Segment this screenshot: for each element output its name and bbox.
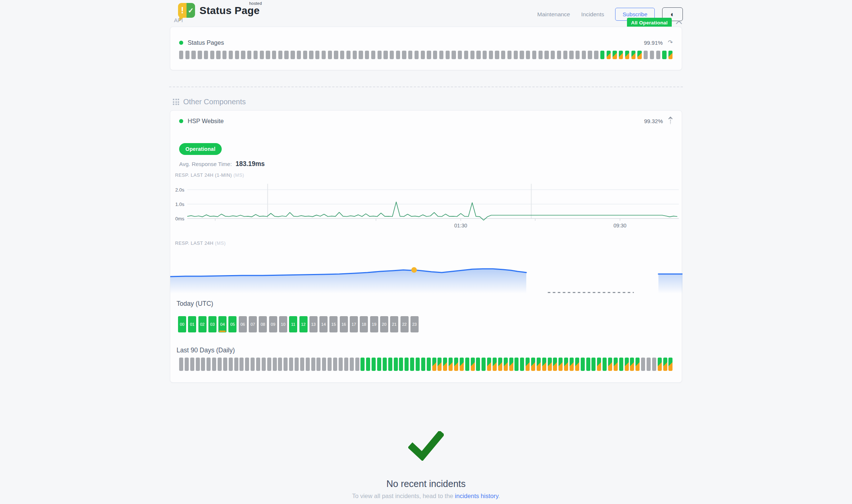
uptime-bar[interactable] [272, 51, 276, 59]
uptime-bar[interactable] [239, 358, 244, 371]
uptime-bar[interactable] [582, 51, 586, 59]
hour-cell-17[interactable]: 17 [350, 316, 358, 332]
uptime-bar[interactable] [410, 358, 414, 371]
uptime-bar[interactable] [291, 51, 295, 59]
uptime-bar[interactable] [396, 51, 400, 59]
uptime-bar[interactable] [278, 51, 282, 59]
uptime-bar[interactable] [470, 51, 474, 59]
uptime-bar[interactable] [427, 358, 431, 371]
uptime-bar[interactable] [222, 51, 227, 59]
uptime-bar[interactable] [190, 358, 194, 371]
uptime-bar[interactable] [371, 51, 375, 59]
chevron-up-icon[interactable] [676, 19, 682, 26]
uptime-bar[interactable] [241, 51, 245, 59]
dotted-up-arrow-icon[interactable] [668, 116, 673, 126]
uptime-bar[interactable] [594, 51, 598, 59]
uptime-bar[interactable] [498, 358, 502, 371]
uptime-bar[interactable] [254, 51, 258, 59]
uptime-bar[interactable] [520, 358, 524, 371]
uptime-bar[interactable] [662, 51, 666, 59]
uptime-bar[interactable] [531, 358, 535, 371]
uptime-bar[interactable] [207, 358, 211, 371]
uptime-bar[interactable] [446, 51, 450, 59]
uptime-bar[interactable] [204, 51, 208, 59]
uptime-bar[interactable] [619, 51, 623, 59]
uptime-bar[interactable] [507, 51, 511, 59]
uptime-bar[interactable] [353, 51, 357, 59]
hour-cell-11[interactable]: 11 [289, 316, 297, 332]
uptime-bar[interactable] [526, 358, 530, 371]
uptime-bar[interactable] [608, 358, 612, 371]
uptime-bar[interactable] [603, 358, 607, 371]
uptime-bar[interactable] [504, 358, 508, 371]
uptime-bar[interactable] [614, 358, 618, 371]
uptime-bar[interactable] [235, 51, 239, 59]
uptime-bar[interactable] [449, 358, 453, 371]
uptime-bar[interactable] [663, 358, 667, 371]
uptime-bar[interactable] [378, 51, 382, 59]
uptime-bar[interactable] [460, 358, 464, 371]
uptime-bar[interactable] [575, 358, 579, 371]
uptime-bar[interactable] [591, 358, 596, 371]
uptime-bar[interactable] [309, 51, 313, 59]
uptime-bar[interactable] [322, 51, 326, 59]
uptime-bar[interactable] [185, 51, 189, 59]
uptime-bar[interactable] [625, 358, 629, 371]
uptime-bar[interactable] [334, 51, 338, 59]
hour-cell-08[interactable]: 08 [259, 316, 267, 332]
uptime-bar[interactable] [553, 358, 557, 371]
uptime-bar[interactable] [339, 358, 343, 371]
uptime-bar[interactable] [251, 358, 255, 371]
uptime-bar[interactable] [218, 358, 222, 371]
uptime-bar[interactable] [509, 358, 513, 371]
uptime-bar[interactable] [548, 358, 552, 371]
uptime-bar[interactable] [631, 51, 635, 59]
hour-cell-06[interactable]: 06 [239, 316, 247, 332]
uptime-bar[interactable] [340, 51, 344, 59]
uptime-bar[interactable] [625, 51, 629, 59]
uptime-bar[interactable] [328, 51, 332, 59]
uptime-bar[interactable] [344, 358, 348, 371]
hour-cell-22[interactable]: 22 [400, 316, 409, 332]
hour-cell-02[interactable]: 02 [198, 316, 207, 332]
uptime-bar[interactable] [520, 51, 524, 59]
uptime-bar[interactable] [443, 358, 447, 371]
uptime-bar[interactable] [223, 358, 227, 371]
uptime-bar[interactable] [564, 358, 568, 371]
uptime-bar[interactable] [234, 358, 238, 371]
uptime-bar[interactable] [668, 358, 672, 371]
uptime-bar[interactable] [185, 358, 189, 371]
uptime-bar[interactable] [394, 358, 398, 371]
uptime-bar[interactable] [315, 51, 319, 59]
uptime-bar[interactable] [489, 51, 493, 59]
uptime-bar[interactable] [514, 51, 518, 59]
uptime-bar[interactable] [316, 358, 321, 371]
uptime-bar[interactable] [495, 51, 499, 59]
uptime-bar[interactable] [581, 358, 585, 371]
uptime-bar[interactable] [365, 51, 369, 59]
uptime-bar[interactable] [437, 358, 442, 371]
uptime-bar[interactable] [179, 51, 183, 59]
uptime-bar[interactable] [372, 358, 376, 371]
uptime-bar[interactable] [229, 358, 233, 371]
uptime-bar[interactable] [273, 358, 277, 371]
uptime-bar[interactable] [652, 358, 656, 371]
component-header-row[interactable]: Status Pages 99.91% ↷ [179, 38, 673, 47]
uptime-bar[interactable] [526, 51, 530, 59]
uptime-bar[interactable] [229, 51, 233, 59]
uptime-bar[interactable] [247, 51, 251, 59]
hour-cell-15[interactable]: 15 [329, 316, 338, 332]
uptime-bar[interactable] [476, 358, 480, 371]
nav-maintenance[interactable]: Maintenance [537, 11, 570, 18]
uptime-bar[interactable] [421, 358, 425, 371]
uptime-bar[interactable] [656, 51, 660, 59]
hour-cell-23[interactable]: 23 [410, 316, 419, 332]
uptime-bar[interactable] [557, 51, 561, 59]
hour-cell-19[interactable]: 19 [370, 316, 378, 332]
uptime-bar[interactable] [487, 358, 491, 371]
uptime-bar[interactable] [559, 358, 563, 371]
uptime-bar[interactable] [458, 51, 462, 59]
hour-cell-16[interactable]: 16 [340, 316, 348, 332]
uptime-bar[interactable] [542, 358, 546, 371]
uptime-bar[interactable] [668, 51, 672, 59]
